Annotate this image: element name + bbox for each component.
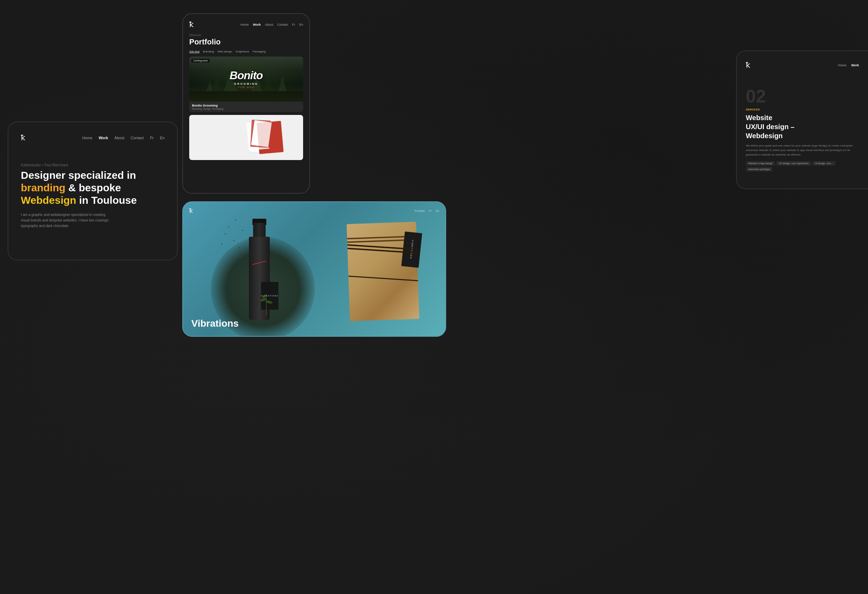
service-number: 02: [746, 87, 859, 105]
svg-line-13: [348, 274, 418, 283]
center-nav-work[interactable]: Work: [253, 23, 261, 27]
center-nav-about[interactable]: About: [265, 23, 273, 27]
left-navbar: ꝁ Home Work About Contact Fr En: [21, 133, 165, 142]
logo-center: ꝁ: [189, 20, 193, 29]
hero-toulouse: in Toulouse: [76, 195, 136, 206]
hero-heading: Designer specialized in branding & bespo…: [21, 169, 165, 206]
nav-home-left[interactable]: Home: [82, 136, 92, 140]
herb-plant: [259, 287, 273, 315]
filter-graphisme[interactable]: Graphisme: [236, 50, 249, 53]
center-nav-contact[interactable]: Contact: [277, 23, 288, 27]
filter-voirtout[interactable]: Voir tout: [189, 50, 199, 53]
bonito-image: Coming soon Bonito GROOMING: [189, 57, 303, 102]
hero-specialized: specialized in: [65, 170, 136, 181]
logo-right: ꝁ: [746, 61, 750, 70]
hero-word-designer: Designer: [21, 170, 65, 181]
particle-3: [224, 233, 226, 234]
hero-description: I am a graphic and webdesigner specializ…: [21, 212, 111, 229]
right-nav-home[interactable]: Home: [838, 63, 846, 67]
filter-packaging[interactable]: Packaging: [253, 50, 266, 53]
portfolio-title: Portfolio: [189, 37, 303, 47]
center-nav-home[interactable]: Home: [241, 23, 249, 27]
center-nav-fr[interactable]: Fr: [292, 23, 295, 27]
right-navbar: ꝁ Home Work: [746, 61, 859, 70]
right-nav-links: Home Work: [838, 63, 859, 67]
bonito-info: Bonito Grooming Branding, Design, Packag…: [189, 102, 303, 112]
filter-branding[interactable]: Branding: [203, 50, 214, 53]
bonito-background: Coming soon Bonito GROOMING: [189, 57, 303, 102]
nav-fr-left[interactable]: Fr: [150, 136, 154, 140]
tag-ux-design[interactable]: UX design, user experience: [776, 161, 811, 166]
bonito-overlay: Bonito GROOMING FOR MEN: [229, 70, 263, 88]
vibrations-footer: Vibrations: [191, 318, 239, 329]
vibrations-navbar: ꝁ Portfolio Fr En: [189, 207, 439, 215]
vibrations-nav-links: Portfolio Fr En: [415, 209, 439, 212]
service-description: We define your goals and use cases for y…: [746, 144, 859, 157]
tablet-left: ꝁ Home Work About Contact Fr En Kalistos…: [7, 121, 178, 260]
particle-7: [221, 244, 222, 245]
nav-en-left[interactable]: En: [160, 136, 165, 140]
svg-line-14: [252, 261, 266, 265]
particle-1: [228, 226, 229, 227]
bonito-script-title: Bonito: [229, 70, 263, 81]
logo-bottom: ꝁ: [189, 207, 192, 215]
particle-4: [242, 230, 243, 231]
vib-nav-fr[interactable]: Fr: [429, 209, 432, 212]
project-card-brochure[interactable]: [189, 115, 303, 160]
nav-contact-left[interactable]: Contact: [131, 136, 144, 140]
tag-interactive-prototype[interactable]: Interactive prototype: [746, 167, 772, 171]
tablet-right: ꝁ Home Work 02 Services WebsiteUX/UI des…: [736, 50, 868, 189]
center-navbar: ꝁ Home Work About Contact Fr En: [189, 20, 303, 29]
discover-label: Discover: [189, 33, 303, 37]
left-nav-links: Home Work About Contact Fr En: [82, 136, 165, 140]
vibrations-background: ꝁ Portfolio Fr En VIBRATIONS: [183, 202, 446, 336]
creator-subtitle: Kalistostudio × Paul Blanchard: [21, 163, 165, 167]
svg-point-18: [262, 294, 268, 298]
bonito-formen-text: FOR MEN: [229, 86, 263, 88]
bonito-name: Bonito Grooming: [192, 104, 300, 107]
filter-bar: Voir tout Branding Web design Graphisme …: [189, 50, 303, 53]
tablet-center: ꝁ Home Work About Contact Fr En Discover…: [182, 13, 310, 194]
brochure-background: [189, 115, 303, 160]
svg-rect-10: [251, 120, 272, 147]
particle-5: [233, 240, 234, 241]
hero-word-webdesign: Webdesign: [21, 195, 76, 206]
vib-nav-en[interactable]: En: [436, 209, 439, 212]
project-card-bonito[interactable]: Coming soon Bonito GROOMING: [189, 57, 303, 112]
bonito-grooming-text: GROOMING: [229, 82, 263, 85]
hero-bespoke: & bespoke: [65, 182, 121, 193]
tag-ui-design[interactable]: UI design, visu...: [812, 161, 836, 166]
nav-work-left[interactable]: Work: [99, 136, 108, 140]
logo-left: ꝁ: [21, 133, 25, 142]
service-label: Services: [746, 108, 859, 111]
brochure-image: [189, 115, 303, 160]
brochure-svg: [244, 118, 286, 156]
hero-word-branding: branding: [21, 182, 65, 193]
bottle-accent: [249, 258, 270, 271]
right-nav-work[interactable]: Work: [851, 63, 859, 67]
center-nav-en[interactable]: En: [299, 23, 303, 27]
nav-about-left[interactable]: About: [114, 136, 124, 140]
vibrations-title: Vibrations: [191, 318, 239, 329]
tablet-bottom-inner: ꝁ Portfolio Fr En VIBRATIONS: [183, 202, 446, 336]
tag-website-app[interactable]: Website or App design: [746, 161, 775, 166]
particle-6: [239, 247, 239, 248]
tablet-bottom: ꝁ Portfolio Fr En VIBRATIONS: [182, 201, 446, 337]
vib-nav-portfolio[interactable]: Portfolio: [415, 209, 425, 212]
kraft-ribbons: [347, 222, 419, 321]
service-tags: Website or App design UX design, user ex…: [746, 161, 859, 171]
particle-2: [235, 220, 236, 220]
service-title: WebsiteUX/UI design –Webdesign: [746, 113, 859, 140]
svg-rect-7: [189, 91, 303, 102]
center-nav-links: Home Work About Contact Fr En: [241, 23, 303, 27]
filter-webdesign[interactable]: Web design: [217, 50, 232, 53]
bonito-tags: Branding, Design, Packaging: [192, 108, 300, 110]
kraft-paper-box: VIBRATIONS: [347, 222, 419, 321]
